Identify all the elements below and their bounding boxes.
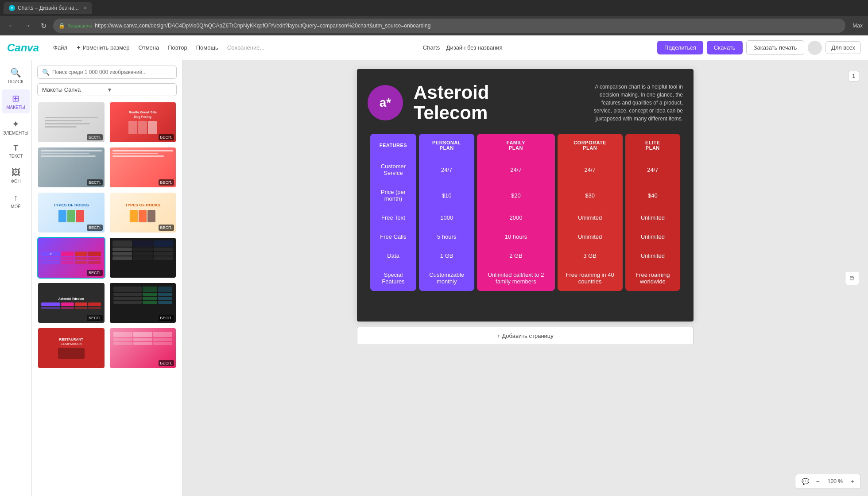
main-layout: 🔍 ПОИСК ⊞ МАКЕТЫ ✦ ЭЛЕМЕНТЫ T ТЕКСТ 🖼 ФО… [0,60,868,496]
cell-family-0: 24/7 [477,157,554,182]
menu-cancel[interactable]: Отмена [135,42,163,54]
text-icon: T [14,144,18,152]
tab-close-btn[interactable]: × [84,5,87,11]
brand-logo: a* [368,85,403,120]
browser-tab-bar: C Charts – Дизайн без на... × [0,0,868,16]
templates-grid: БЕСП. Really Great Site Blog Posting БЕС… [37,101,177,369]
menu-resize[interactable]: ✦ Изменить размер [73,42,133,54]
browser-tab[interactable]: C Charts – Дизайн без на... × [4,2,92,14]
cell-features-4: Data [370,246,416,265]
header-right: Поделиться Скачать Заказать печать Для в… [657,40,861,55]
layouts-icon: ⊞ [12,93,19,104]
tab-favicon: C [9,5,15,11]
all-button[interactable]: Для всех [825,41,861,54]
col-header-family: FAMILY PLAN [477,134,554,157]
cell-features-0: Customer Service [370,157,416,182]
forward-btn[interactable]: → [21,19,34,32]
sidebar-label-search: ПОИСК [8,79,23,84]
zoom-minus-btn[interactable]: − [814,477,822,486]
corporate-plan-line2: PLAN [583,145,597,151]
share-button[interactable]: Поделиться [657,41,703,54]
template-thumb-4[interactable]: БЕСП. [109,147,177,188]
menu-repeat[interactable]: Повтор [164,42,190,54]
address-bar[interactable]: 🔒 Защищено https://www.canva.com/design/… [53,19,845,33]
template-thumb-3[interactable]: БЕСП. [37,147,105,188]
template-thumb-10[interactable]: БЕСП. [109,282,177,324]
sidebar-item-elements[interactable]: ✦ ЭЛЕМЕНТЫ [2,115,30,139]
cell-family-1: $20 [477,182,554,208]
comparison-table: FEATURES PERSONAL PLAN FAMILY PLAN CORPO… [368,134,683,291]
cell-personal-4: 1 GB [419,246,474,265]
template-badge-9: БЕСП. [87,315,102,321]
dropdown-label: Макеты Canva [42,86,107,93]
cell-family-4: 2 GB [477,246,554,265]
template-thumb-2[interactable]: Really Great Site Blog Posting БЕСП. [109,101,177,143]
template-thumb-8[interactable] [109,237,177,279]
col-header-corporate: CORPORATE PLAN [558,134,623,157]
cell-features-5: Special Features [370,265,416,291]
cell-personal-1: $10 [419,182,474,208]
cell-personal-3: 5 hours [419,227,474,246]
family-plan-line1: FAMILY [507,140,525,145]
personal-plan-line2: PLAN [440,145,454,151]
sidebar-item-search[interactable]: 🔍 ПОИСК [2,64,30,88]
user-avatar[interactable] [808,41,822,55]
elite-plan-line2: PLAN [646,145,660,151]
url-text: https://www.canva.com/design/DAC4DpVio0Q… [95,23,840,29]
chart-container[interactable]: a* AsteroidTelecom A comparison chart is… [357,69,694,322]
browser-user: Max [852,23,863,29]
sidebar-label-text: ТЕКСТ [9,154,23,159]
col-header-features: FEATURES [370,134,416,157]
template-thumb-12[interactable]: БЕСП. [109,327,177,369]
col-header-elite: ELITE PLAN [625,134,680,157]
sidebar-label-mine: МОЁ [11,204,21,209]
elements-icon: ✦ [12,119,19,129]
template-thumb-9[interactable]: Asteroid Telecom [37,282,105,324]
template-badge-3: БЕСП. [87,179,102,186]
print-button[interactable]: Заказать печать [746,40,805,55]
search-box[interactable]: 🔍 [37,66,177,79]
sidebar-item-layouts[interactable]: ⊞ МАКЕТЫ [2,89,30,113]
back-btn[interactable]: ← [5,19,18,32]
canvas-wrapper: a* AsteroidTelecom A comparison chart is… [357,69,694,322]
templates-panel: 🔍 Макеты Canva ▼ БЕСП. [32,60,182,496]
sidebar-item-background[interactable]: 🖼 ФОН [2,164,30,187]
search-input-icon: 🔍 [42,69,50,76]
sidebar-item-text[interactable]: T ТЕКСТ [2,141,30,162]
cell-family-5: Unlimited call/text to 2 family members [477,265,554,291]
refresh-btn[interactable]: ↻ [37,19,50,32]
corporate-plan-line1: CORPORATE [574,140,606,145]
cell-elite-3: Unlimited [625,227,680,246]
cell-family-2: 2000 [477,208,554,227]
menu-help[interactable]: Помощь [193,42,222,54]
chart-description: A comparison chart is a helpful tool in … [585,83,683,123]
cell-features-1: Price (per month) [370,182,416,208]
copy-page-btn[interactable]: ⧉ [845,271,859,285]
menu-file[interactable]: Файл [50,42,71,54]
feedback-btn[interactable]: 💬 [800,477,811,486]
elite-plan-line1: ELITE [645,140,660,145]
canvas-area[interactable]: 1 ⧉ a* AsteroidTelecom A comparison char… [182,60,868,496]
template-thumb-6[interactable]: TYPES OF ROCKS БЕСП. [109,192,177,233]
table-row: Customer Service24/724/724/724/7 [370,157,680,182]
template-badge-4: БЕСП. [159,179,174,186]
template-thumb-1[interactable]: БЕСП. [37,101,105,143]
template-thumb-11[interactable]: RESTAURANT COMPARISON [37,327,105,369]
zoom-plus-btn[interactable]: + [849,477,856,486]
upload-icon: ↑ [14,193,18,203]
header-menu: Файл ✦ Изменить размер Отмена Повтор Пом… [50,42,268,54]
search-input[interactable] [52,69,172,75]
browser-nav: ← → ↻ 🔒 Защищено https://www.canva.com/d… [0,16,868,35]
download-button[interactable]: Скачать [707,41,743,54]
secure-label: Защищено [68,23,92,28]
template-thumb-5[interactable]: TYPES OF ROCKS БЕСП. [37,192,105,233]
cell-corporate-4: 3 GB [558,246,623,265]
template-thumb-7[interactable]: a* [37,237,105,279]
sidebar-item-mine[interactable]: ↑ МОЁ [2,189,30,213]
category-dropdown[interactable]: Макеты Canva ▼ [37,83,177,96]
canva-logo: Canva [7,42,39,54]
cell-elite-4: Unlimited [625,246,680,265]
add-page-button[interactable]: + Добавить страницу [357,327,694,345]
table-row: Special FeaturesCustomizable monthlyUnli… [370,265,680,291]
table-row: Free Text10002000UnlimitedUnlimited [370,208,680,227]
